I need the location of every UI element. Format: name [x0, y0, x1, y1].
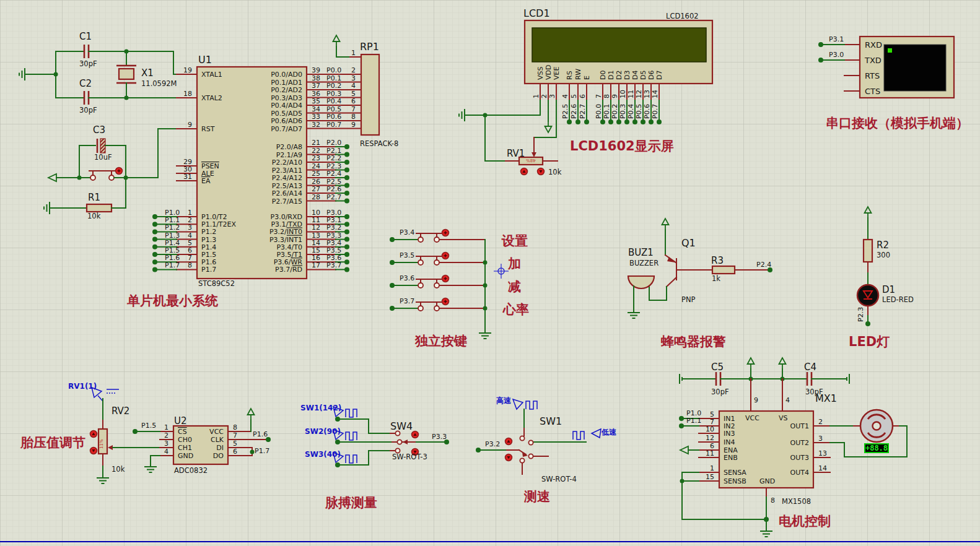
x1-ref: X1	[141, 67, 154, 79]
key-plus-button[interactable]	[442, 253, 449, 259]
motor-rpm-value: +88.8	[865, 444, 888, 453]
sw1-contact-low[interactable]	[528, 440, 533, 444]
pin-text: P0.7	[326, 121, 341, 129]
pin-text: VSS	[536, 66, 545, 80]
rv1-decrease-button[interactable]	[538, 168, 545, 175]
pin-text: P0.7/AD7	[271, 125, 302, 133]
net-dot	[649, 119, 654, 124]
pin-text: 9	[188, 121, 192, 129]
pin-text: 39	[312, 66, 320, 74]
pin-text: P1.0/T2	[201, 213, 227, 221]
net-dot	[632, 119, 637, 124]
sw1-contact-4[interactable]	[528, 454, 533, 458]
pin-text: P1.2	[201, 228, 216, 236]
pin-text: IN3	[724, 430, 735, 438]
led-body	[857, 285, 878, 306]
pin-text: P0.3/AD3	[271, 94, 302, 102]
pin-text: P2.5	[561, 104, 569, 119]
pin-text: P0.5	[635, 104, 643, 119]
q1-type: PNP	[681, 295, 696, 304]
pin-text: 4	[188, 232, 192, 240]
net-p3.5: P3.5	[400, 251, 414, 259]
sw1-up-button[interactable]	[505, 438, 512, 445]
pin-text: VCC	[209, 428, 224, 436]
rv2-decrease-button[interactable]	[90, 448, 97, 454]
c2-value: 30pF	[79, 106, 97, 115]
c4-ref: C4	[804, 362, 816, 373]
pin-text: 1	[532, 94, 540, 98]
key-label-plus: 加	[507, 256, 521, 271]
pin-text: 14	[312, 239, 320, 247]
u2-ref: U2	[174, 415, 187, 427]
pin-text: IN4	[724, 438, 735, 446]
pin-text: D4	[631, 71, 639, 80]
sw4-ref: SW4	[390, 420, 413, 432]
speed-low-label: 低速	[601, 428, 617, 436]
pin-text: 5	[570, 94, 578, 98]
rp1-ref: RP1	[360, 41, 379, 53]
rv1-value: 10k	[548, 168, 562, 176]
pin-text: 3	[188, 223, 192, 232]
pin-text: P2.1/A9	[276, 151, 302, 159]
pin-text: P0.4	[627, 104, 635, 119]
serial-pin-txd: TXD	[864, 56, 882, 65]
sw4-contact-2[interactable]	[397, 440, 401, 444]
pin-text: RS	[566, 71, 574, 80]
r1-value: 10k	[87, 212, 101, 220]
net-dot	[657, 119, 662, 124]
pin-text: 19	[183, 66, 192, 74]
pin-text: 4	[351, 82, 356, 90]
serial-cursor	[888, 48, 892, 53]
pin-text: P3.6/WR	[274, 258, 303, 266]
pin-text: P0.2	[326, 82, 341, 90]
sw4-up-button[interactable]	[412, 431, 419, 438]
sw1-contact-high[interactable]	[520, 436, 524, 440]
rv1-increase-button[interactable]	[521, 168, 528, 175]
rp1-body[interactable]	[361, 54, 379, 135]
net-dot	[152, 214, 157, 219]
r1-body	[87, 204, 112, 212]
dc-motor[interactable]	[860, 410, 893, 442]
sw1-contact-3[interactable]	[520, 458, 524, 462]
pin-text: P1.1	[165, 216, 180, 224]
pin-text: P3.3/INT1	[269, 236, 302, 244]
rv2-increase-button[interactable]	[90, 431, 97, 438]
pin-text: 3	[351, 74, 356, 82]
pin-text: 1	[188, 209, 192, 217]
q1-ref: Q1	[681, 237, 696, 249]
net-p3.7: P3.7	[400, 297, 414, 305]
r3-body	[712, 266, 735, 274]
pin-text: 4	[561, 94, 569, 98]
pin-text: D6	[647, 71, 655, 80]
net-p2.3: P2.3	[857, 307, 865, 322]
pin-text: DO	[213, 452, 224, 460]
pin-text: 22	[312, 147, 320, 155]
sw1-down-button[interactable]	[505, 454, 512, 461]
pin-text: 37	[312, 82, 320, 90]
pin-text: D0	[599, 71, 607, 80]
pin-text: 16	[312, 254, 320, 262]
key-label-minus: 减	[508, 279, 521, 294]
pin-text: 38	[312, 74, 320, 82]
r2-value: 300	[877, 251, 890, 259]
pin-text: P1.5	[201, 251, 216, 259]
pin-text: 10	[706, 425, 714, 433]
pin-text: P2.6/A14	[272, 189, 302, 197]
pin-text: P2.6	[326, 185, 341, 193]
net-dot	[344, 252, 349, 257]
key-heartrate-button[interactable]	[442, 298, 449, 305]
r2-ref: R2	[877, 240, 889, 251]
net-p1.5: P1.5	[141, 422, 156, 430]
pin-text: P2.7/A15	[272, 197, 302, 206]
key-minus-button[interactable]	[442, 275, 449, 282]
net-dot	[616, 119, 621, 124]
reset-button[interactable]	[116, 168, 123, 175]
pin-text: P0.6/AD6	[271, 117, 302, 125]
pin-text: P2.0/A8	[276, 143, 302, 151]
pin-text: 9	[351, 121, 356, 129]
key-set-button[interactable]	[442, 230, 449, 236]
c5-ref: C5	[711, 362, 724, 373]
pin-text: 17	[312, 261, 320, 269]
pin-text: 12	[635, 90, 643, 98]
rv1-ref: RV1	[507, 148, 525, 159]
